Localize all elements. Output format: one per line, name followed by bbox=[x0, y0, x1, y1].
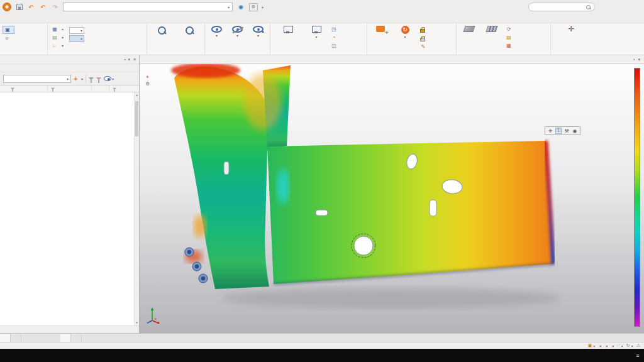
annotation-position-button[interactable] bbox=[370, 25, 391, 33]
controls-filter-select[interactable]: ▾ bbox=[3, 75, 71, 83]
dialog-zone-button[interactable]: ▣ bbox=[3, 26, 14, 34]
normal-view-button[interactable] bbox=[459, 25, 479, 33]
results-summary bbox=[0, 326, 139, 333]
annotation-template-button[interactable]: ↻▾ bbox=[394, 25, 416, 40]
window-controls bbox=[597, 0, 643, 14]
show-eye-icon bbox=[211, 26, 222, 33]
unlock-icon bbox=[420, 38, 425, 41]
lock-all-button[interactable] bbox=[419, 26, 430, 33]
project-views-button[interactable]: ▦ bbox=[504, 42, 515, 49]
panel-menu-icon[interactable]: ▾ bbox=[128, 57, 131, 62]
device-button[interactable]: ▤▾ bbox=[50, 34, 65, 41]
snapshot-button[interactable]: ⚙ bbox=[249, 3, 258, 11]
comparison-points-button[interactable]: ◳ bbox=[330, 26, 340, 33]
redo-button[interactable]: ↷ bbox=[51, 3, 59, 11]
undo-button[interactable]: ↶ bbox=[27, 3, 35, 11]
annotation-move-icon[interactable]: ✛ bbox=[547, 128, 553, 134]
column-header-deviation[interactable] bbox=[92, 85, 109, 92]
world-axes-label[interactable]: ⌖ bbox=[145, 74, 152, 80]
undo-history-button[interactable]: ↶ bbox=[39, 3, 47, 11]
point-size-select[interactable]: ▾ bbox=[69, 27, 84, 34]
reference-data-icon bbox=[283, 26, 293, 34]
clear-filter-button[interactable] bbox=[89, 77, 94, 80]
rotate-90-button[interactable]: ⟳ bbox=[504, 26, 515, 33]
keep-eye-icon bbox=[253, 26, 264, 33]
color-scale-gradient bbox=[634, 68, 640, 327]
column-header-object-name[interactable] bbox=[0, 85, 48, 92]
center-all-objects-button[interactable] bbox=[150, 25, 175, 36]
controls-table-rows bbox=[0, 92, 134, 326]
ribbon-tabs bbox=[0, 14, 644, 23]
column-header-test[interactable] bbox=[109, 85, 130, 92]
notifications-icon[interactable]: ≡ bbox=[633, 351, 643, 361]
quick-access-more-button[interactable]: ▾ bbox=[262, 5, 264, 9]
add-control-button[interactable]: +▾ bbox=[74, 75, 83, 82]
pick-mode-button[interactable]: ∷▾ bbox=[617, 343, 623, 348]
reference-data-objects-button[interactable] bbox=[273, 25, 303, 35]
utilities-button[interactable]: ▦▾ bbox=[50, 26, 65, 33]
search-input[interactable] bbox=[528, 3, 595, 11]
normal-view-icon bbox=[463, 26, 475, 32]
ribbon-group-view: ⟳ ▤ ▦ bbox=[457, 23, 551, 55]
standard-views-button[interactable]: ▤ bbox=[504, 34, 515, 41]
mouse-button-behavior-button[interactable] bbox=[553, 25, 590, 35]
controls-table: ▲ ▼ bbox=[0, 85, 139, 326]
highlight-filter-button[interactable] bbox=[96, 77, 101, 80]
ribbon: ▣ ≡ ▦▾ ▤▾ ∟▾ ▾ ▾ ▾ bbox=[0, 23, 644, 55]
units-select[interactable]: ▾ bbox=[604, 344, 608, 348]
tab-dialog-zone[interactable] bbox=[11, 334, 21, 342]
annotation-mini-toolbar: ✛ ⚿ ⚒ ◉ bbox=[545, 126, 580, 135]
colorbar-menu-icon[interactable]: ▾ bbox=[638, 57, 640, 62]
annotation-lock-icon[interactable]: ⚿ bbox=[555, 128, 562, 134]
scene-viewport[interactable]: ⌖ ⚙ ✛ ⚿ ⚒ ◉ x bbox=[140, 64, 644, 333]
save-icon bbox=[16, 4, 23, 10]
cross-sections-button[interactable]: ◔ bbox=[330, 34, 340, 41]
features-button[interactable]: ▾ bbox=[306, 25, 327, 40]
sync-button[interactable]: ↻▾ bbox=[626, 343, 633, 348]
tab-control-reviewer[interactable] bbox=[0, 334, 11, 342]
scrollbar-thumb[interactable] bbox=[135, 101, 138, 136]
center-selected-objects-button[interactable] bbox=[177, 25, 203, 36]
rps-icon: ⚙ bbox=[145, 81, 150, 87]
scroll-down-icon[interactable]: ▼ bbox=[135, 320, 139, 326]
section-view-button[interactable] bbox=[482, 25, 502, 33]
select-in-scene-button[interactable]: ▾ bbox=[104, 76, 114, 81]
show-button[interactable]: ▾ bbox=[208, 25, 226, 38]
colorbar-pin-icon[interactable]: ▪ bbox=[633, 57, 635, 62]
alerts-bell-icon[interactable]: ⚠ bbox=[636, 343, 640, 348]
scroll-up-icon[interactable]: ▲ bbox=[135, 92, 139, 98]
piece-selector[interactable]: ▾ bbox=[63, 3, 233, 11]
layer-indicator-icon[interactable]: ▣▾ bbox=[588, 343, 596, 348]
tab-3d-scene[interactable] bbox=[60, 334, 71, 342]
tab-report-editor[interactable] bbox=[71, 334, 82, 342]
unlock-all-button[interactable] bbox=[419, 35, 430, 42]
ribbon-group-3d-scene: ▦▾ ▤▾ ∟▾ ▾ ▾ bbox=[48, 23, 147, 55]
table-scrollbar[interactable]: ▲ ▼ bbox=[134, 92, 139, 326]
annotation-visibility-icon[interactable]: ◉ bbox=[572, 128, 578, 134]
layer-select[interactable]: ▾ bbox=[598, 344, 601, 348]
maximize-button[interactable] bbox=[613, 0, 628, 14]
annotation-settings-icon[interactable]: ⚒ bbox=[564, 128, 570, 134]
object-info-button[interactable]: ◉ bbox=[236, 3, 245, 11]
column-header-control[interactable] bbox=[48, 85, 92, 92]
gauges-button[interactable]: ◫ bbox=[330, 42, 340, 49]
ribbon-group-visibility: ▾ ▾ ▾ bbox=[205, 23, 270, 55]
save-button[interactable] bbox=[15, 3, 23, 11]
cross-sections-icon: ◔ bbox=[331, 35, 337, 40]
minimize-button[interactable] bbox=[597, 0, 613, 14]
windows-taskbar: ≡ bbox=[0, 349, 644, 362]
edit-annotation-button[interactable]: ✎ bbox=[419, 43, 430, 50]
close-button[interactable] bbox=[628, 0, 643, 14]
keep-button[interactable]: ▾ bbox=[249, 25, 267, 38]
line-width-select[interactable]: ▾ bbox=[69, 35, 84, 42]
application-window: ↶ ↶ ↷ ▾ ◉ ⚙ ▾ ▣ ≡ ▦▾ ▤▾ bbox=[0, 0, 644, 362]
panel-close-icon[interactable]: ✕ bbox=[133, 57, 136, 62]
hide-button[interactable]: ▾ bbox=[228, 25, 247, 38]
pin-icon[interactable]: ▪ bbox=[124, 57, 125, 62]
search-icon bbox=[586, 5, 591, 9]
panel-menu-bar bbox=[0, 64, 139, 72]
tree-view-button[interactable]: ≡ bbox=[3, 35, 14, 42]
rps-alignment-label[interactable]: ⚙ bbox=[145, 81, 152, 87]
tolerance-standard-select[interactable]: ▾ bbox=[611, 344, 614, 348]
axes-button[interactable]: ∟▾ bbox=[50, 42, 65, 49]
